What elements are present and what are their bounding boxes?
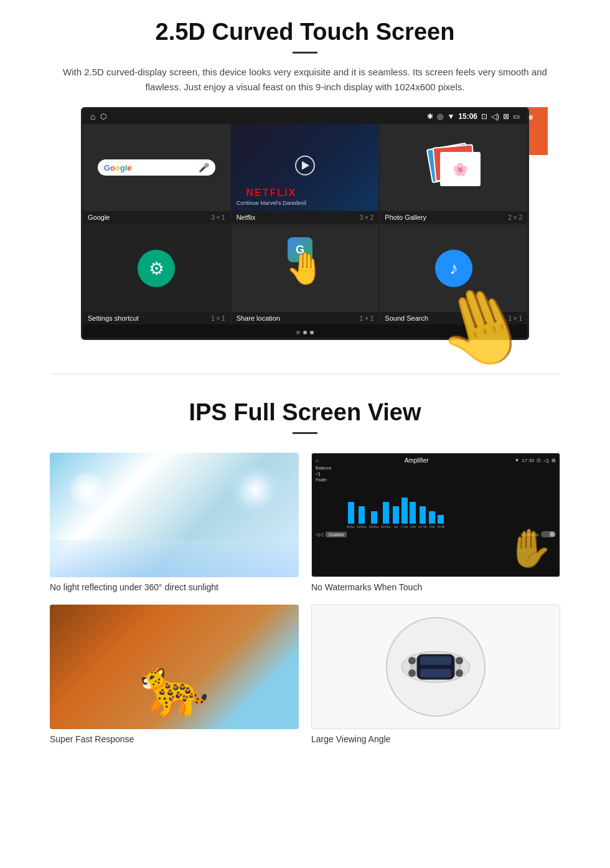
sound-search-app-cell[interactable]: ♪ Sound Search 1 × 1 bbox=[380, 225, 527, 324]
bar-100hz bbox=[359, 506, 365, 524]
eq-bars: 60hz 100hz 200hz bbox=[347, 498, 553, 529]
amp-header: ⌂ Amplifier ▼ 17:33 ⊡ ◁) ⊠ bbox=[316, 457, 556, 464]
camera-icon: ⊡ bbox=[481, 112, 487, 121]
device-screen: ⌂ ⬡ ✱ ◎ ▼ 15:06 ⊡ ◁) ⊠ ▭ bbox=[81, 107, 529, 340]
settings-icon-circle: ⚙ bbox=[138, 250, 175, 287]
netflix-app-cell[interactable]: NETFLIX Continue Marvel's Daredevil Netf… bbox=[232, 124, 379, 224]
play-triangle-icon bbox=[302, 161, 309, 170]
eq-label-1k: 1k bbox=[394, 525, 398, 529]
eq-label-15k: 15k bbox=[429, 525, 435, 529]
google-search-bar[interactable]: Google 🎤 bbox=[98, 159, 215, 176]
hand-pointer-icon: 🤚 bbox=[286, 250, 324, 286]
dot-3 bbox=[310, 331, 314, 334]
amp-sidebar: Balance ◁) Fader bbox=[316, 466, 331, 482]
bar-10k bbox=[410, 502, 416, 524]
amp-equalizer: Balance ◁) Fader 60hz bbox=[316, 466, 556, 529]
netflix-branding: NETFLIX Continue Marvel's Daredevil bbox=[237, 187, 306, 206]
sound-app-label: Sound Search 1 × 1 bbox=[380, 312, 527, 324]
status-right-icons: ✱ ◎ ▼ 15:06 ⊡ ◁) ⊠ ▭ bbox=[427, 112, 520, 121]
cheetah-caption: Super Fast Response bbox=[50, 734, 299, 744]
time-display: 15:06 bbox=[458, 112, 477, 121]
bar-1k bbox=[393, 506, 399, 524]
sound-grid: 1 × 1 bbox=[508, 315, 522, 322]
netflix-cell-inner: NETFLIX Continue Marvel's Daredevil bbox=[232, 124, 379, 211]
window-icon: ▭ bbox=[513, 112, 520, 121]
google-cell-inner: Google 🎤 bbox=[83, 124, 230, 211]
bar-sub bbox=[438, 515, 444, 524]
bar-500hz bbox=[383, 502, 389, 524]
amplifier-image: ⌂ Amplifier ▼ 17:33 ⊡ ◁) ⊠ Balance bbox=[311, 453, 560, 577]
eq-bar-500hz: 500hz bbox=[381, 502, 391, 529]
netflix-subtitle: Continue Marvel's Daredevil bbox=[237, 200, 306, 206]
section2-underline bbox=[293, 432, 317, 434]
eq-label-sub: SUB bbox=[437, 525, 444, 529]
page-dots-container bbox=[83, 324, 527, 338]
eq-bar-2-5k: 2.5k bbox=[401, 498, 408, 529]
photo-card-3: 🌸 bbox=[440, 152, 481, 186]
amp-cam: ⊡ bbox=[537, 458, 541, 463]
settings-app-cell[interactable]: ⚙ Settings shortcut 1 × 1 bbox=[83, 225, 230, 324]
eq-bar-200hz: 200hz bbox=[368, 511, 378, 529]
svg-point-5 bbox=[408, 657, 416, 664]
page-dots bbox=[87, 331, 523, 334]
sky-gradient bbox=[50, 540, 299, 577]
sound-name: Sound Search bbox=[385, 314, 428, 322]
ips-screen-section: IPS Full Screen View No light reflecting… bbox=[0, 393, 610, 769]
google-mic-icon: 🎤 bbox=[199, 163, 209, 172]
sun-rays bbox=[230, 465, 280, 515]
app-grid: Google 🎤 Google 3 × 1 bbox=[83, 124, 527, 324]
eq-bar-10k: 10k bbox=[410, 502, 416, 529]
play-button[interactable] bbox=[295, 156, 315, 176]
dot-2 bbox=[303, 331, 307, 334]
car-feature: Large Viewing Angle bbox=[311, 605, 560, 744]
amp-balance-label: Balance bbox=[316, 466, 331, 470]
google-grid: 3 × 1 bbox=[211, 214, 225, 221]
gear-icon: ⚙ bbox=[149, 258, 164, 279]
watermark-caption: No Watermarks When Touch bbox=[311, 582, 560, 592]
car-caption: Large Viewing Angle bbox=[311, 734, 560, 744]
bar-60hz bbox=[348, 502, 354, 524]
bar-200hz bbox=[371, 511, 377, 524]
svg-rect-3 bbox=[420, 656, 451, 665]
sun-glow bbox=[68, 471, 106, 509]
cheetah-feature: 🐆 Super Fast Response bbox=[50, 605, 299, 744]
sunlight-feature: No light reflecting under 360° direct su… bbox=[50, 453, 299, 592]
dot-1 bbox=[296, 331, 300, 334]
eq-label-200hz: 200hz bbox=[368, 525, 378, 529]
title-underline bbox=[293, 52, 317, 54]
gallery-cell-inner: 🌸 bbox=[380, 124, 527, 211]
section1-title: 2.5D Curved Touch Screen bbox=[50, 19, 560, 45]
sunlight-image bbox=[50, 453, 299, 577]
settings-grid: 1 × 1 bbox=[211, 315, 225, 322]
sound-cell-inner: ♪ bbox=[380, 225, 527, 312]
amp-vol: ◁) bbox=[543, 458, 549, 463]
amp-fader-label: Fader bbox=[316, 478, 331, 482]
cheetah-image: 🐆 bbox=[50, 605, 299, 729]
settings-cell-inner: ⚙ bbox=[83, 225, 230, 312]
eq-label-60hz: 60hz bbox=[347, 525, 355, 529]
close-icon: ⊠ bbox=[503, 112, 509, 121]
bar-12-5k bbox=[420, 506, 426, 524]
amp-back-icon: ◁◁ bbox=[316, 532, 323, 537]
status-bar: ⌂ ⬡ ✱ ◎ ▼ 15:06 ⊡ ◁) ⊠ ▭ bbox=[83, 109, 527, 124]
amp-hand-graphic: ✋ bbox=[507, 526, 553, 570]
amp-custom-button[interactable]: Custom bbox=[326, 532, 347, 537]
home-icon: ⌂ bbox=[90, 111, 95, 121]
netflix-name: Netflix bbox=[237, 214, 256, 221]
usb-icon: ⬡ bbox=[100, 112, 106, 121]
share-location-app-cell[interactable]: G 🤚 Share location 1 × 1 bbox=[232, 225, 379, 324]
gallery-app-cell[interactable]: 🌸 Photo Gallery 2 × 2 bbox=[380, 124, 527, 224]
eq-bar-sub: SUB bbox=[437, 515, 444, 529]
netflix-logo: NETFLIX bbox=[237, 187, 306, 199]
share-app-label: Share location 1 × 1 bbox=[232, 312, 379, 324]
google-app-cell[interactable]: Google 🎤 Google 3 × 1 bbox=[83, 124, 230, 224]
car-image bbox=[311, 605, 560, 729]
bluetooth-icon: ✱ bbox=[427, 112, 433, 121]
share-grid: 1 × 1 bbox=[360, 315, 374, 322]
svg-point-6 bbox=[408, 669, 416, 677]
gallery-name: Photo Gallery bbox=[385, 214, 426, 221]
bar-15k bbox=[429, 511, 435, 524]
location-icon: ◎ bbox=[437, 112, 443, 121]
car-svg bbox=[398, 648, 473, 686]
feature-image-grid: No light reflecting under 360° direct su… bbox=[50, 453, 560, 744]
